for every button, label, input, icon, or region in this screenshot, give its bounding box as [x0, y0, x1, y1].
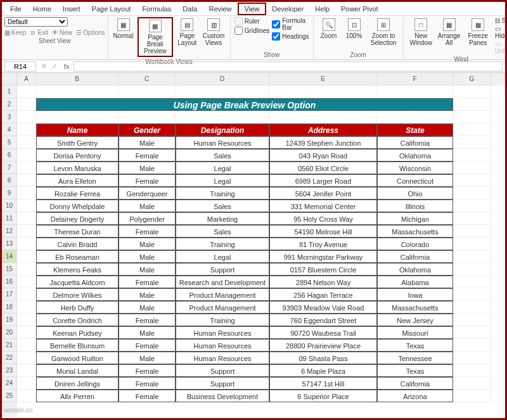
table-cell[interactable]: Therese Duran: [36, 225, 119, 238]
col-header-F[interactable]: F: [377, 73, 453, 86]
table-cell[interactable]: Michigan: [377, 212, 453, 225]
table-cell[interactable]: Support: [176, 263, 269, 276]
enter-icon[interactable]: ✓: [49, 62, 60, 70]
table-cell[interactable]: Male: [119, 238, 176, 250]
table-cell[interactable]: 6989 Larger Road: [269, 174, 377, 187]
table-cell[interactable]: Alabama: [377, 276, 453, 288]
row-header-3[interactable]: 3: [2, 111, 17, 124]
select-all-corner[interactable]: [2, 73, 17, 86]
table-row[interactable]: Dorisa PentonyFemaleSales043 Ryan RoadOk…: [17, 149, 505, 162]
table-cell[interactable]: 09 Shasta Pass: [269, 352, 377, 364]
sheetview-dropdown[interactable]: Default: [4, 17, 68, 27]
menu-view[interactable]: View: [238, 3, 267, 15]
table-cell[interactable]: Business Development: [176, 390, 269, 402]
table-cell[interactable]: Dorisa Pentony: [36, 149, 119, 162]
table-cell[interactable]: 760 Eggendart Street: [269, 314, 377, 326]
row-header-10[interactable]: 10: [2, 200, 17, 212]
col-header-A[interactable]: A: [17, 73, 36, 86]
table-cell[interactable]: Texas: [377, 339, 453, 352]
table-cell[interactable]: Male: [119, 326, 176, 339]
table-cell[interactable]: 256 Hagan Terrace: [269, 288, 377, 301]
row-header-22[interactable]: 22: [2, 352, 17, 364]
table-cell[interactable]: 93903 Meadow Vale Road: [269, 301, 377, 314]
table-cell[interactable]: Support: [176, 377, 269, 390]
table-cell[interactable]: Training: [176, 314, 269, 326]
table-cell[interactable]: Polygender: [119, 212, 176, 225]
row-header-14[interactable]: 14: [2, 250, 17, 263]
fx-icon[interactable]: fx: [60, 63, 74, 70]
row-header-17[interactable]: 17: [2, 288, 17, 301]
table-cell[interactable]: Arizona: [377, 390, 453, 402]
table-cell[interactable]: Massachusetts: [377, 301, 453, 314]
table-cell[interactable]: Murial Landal: [36, 364, 119, 377]
table-cell[interactable]: Training: [176, 238, 269, 250]
keep-button[interactable]: ▦ Keep: [4, 29, 26, 36]
unhide-button[interactable]: ▭ Unhide: [495, 41, 507, 54]
table-cell[interactable]: Male: [119, 352, 176, 364]
table-cell[interactable]: Product Management: [176, 288, 269, 301]
table-cell[interactable]: Sales: [176, 200, 269, 212]
table-cell[interactable]: Female: [119, 149, 176, 162]
table-cell[interactable]: Massachusetts: [377, 225, 453, 238]
row-header-5[interactable]: 5: [2, 136, 17, 149]
table-cell[interactable]: Calvin Bradd: [36, 238, 119, 250]
table-row[interactable]: Smith GentryMaleHuman Resources12439 Ste…: [17, 136, 505, 149]
table-cell[interactable]: Sales: [176, 149, 269, 162]
table-cell[interactable]: 90720 Waubesa Trail: [269, 326, 377, 339]
table-cell[interactable]: Dniren Jellings: [36, 377, 119, 390]
table-cell[interactable]: Oklahoma: [377, 149, 453, 162]
table-cell[interactable]: Jacquetta Aldcorn: [36, 276, 119, 288]
ruler-checkbox[interactable]: Ruler: [234, 17, 269, 25]
table-cell[interactable]: Herb Duffy: [36, 301, 119, 314]
table-cell[interactable]: Missouri: [377, 326, 453, 339]
custom-views-button[interactable]: ▥Custom Views: [201, 17, 226, 48]
zoom-button[interactable]: 🔍Zoom: [318, 17, 340, 41]
spreadsheet-grid[interactable]: 1234567891011121314151617181920212223242…: [2, 73, 505, 417]
table-cell[interactable]: Colorado: [377, 238, 453, 250]
table-cell[interactable]: 57147 1st Hill: [269, 377, 377, 390]
zoom-100-button[interactable]: ⊡100%: [343, 17, 366, 41]
table-cell[interactable]: Support: [176, 364, 269, 377]
hide-button[interactable]: ▭ Hide: [495, 25, 507, 39]
table-cell[interactable]: Male: [119, 301, 176, 314]
table-cell[interactable]: Iowa: [377, 288, 453, 301]
table-cell[interactable]: 5604 Jenifer Point: [269, 187, 377, 200]
table-cell[interactable]: Corette Ondrich: [36, 314, 119, 326]
row-header-7[interactable]: 7: [2, 162, 17, 174]
table-cell[interactable]: 0560 Eliot Circle: [269, 162, 377, 174]
table-cell[interactable]: 6 Superior Place: [269, 390, 377, 402]
col-header-C[interactable]: C: [119, 73, 176, 86]
table-cell[interactable]: Male: [119, 250, 176, 263]
menu-page-layout[interactable]: Page Layout: [86, 4, 137, 14]
cancel-icon[interactable]: ✕: [39, 62, 49, 70]
table-cell[interactable]: 95 Holy Cross Way: [269, 212, 377, 225]
page-break-preview-button[interactable]: ▦Page Break Preview: [138, 17, 174, 57]
table-cell[interactable]: Delmore Wilkes: [36, 288, 119, 301]
table-cell[interactable]: Bernelle Blunsum: [36, 339, 119, 352]
row-header-20[interactable]: 20: [2, 326, 17, 339]
table-cell[interactable]: Klemens Feaks: [36, 263, 119, 276]
table-cell[interactable]: Keenan Pudsey: [36, 326, 119, 339]
table-cell[interactable]: Male: [119, 263, 176, 276]
table-row[interactable]: Delmore WilkesMaleProduct Management256 …: [17, 288, 505, 301]
menu-formulas[interactable]: Formulas: [136, 4, 177, 14]
table-row[interactable]: Delainey DogertyPolygenderMarketing95 Ho…: [17, 212, 505, 225]
name-box[interactable]: [4, 61, 36, 72]
exit-button[interactable]: ⦻ Exit: [30, 29, 48, 36]
table-row[interactable]: Herb DuffyMaleProduct Management93903 Me…: [17, 301, 505, 314]
row-header-2[interactable]: 2: [2, 98, 17, 111]
table-cell[interactable]: Female: [119, 174, 176, 187]
row-header-4[interactable]: 4: [2, 124, 17, 136]
arrange-all-button[interactable]: ▦Arrange All: [437, 17, 461, 48]
menu-home[interactable]: Home: [27, 4, 57, 14]
table-cell[interactable]: Aura Elleton: [36, 174, 119, 187]
row-header-1[interactable]: 1: [2, 86, 17, 98]
formula-bar[interactable]: [74, 61, 503, 72]
menu-data[interactable]: Data: [177, 4, 203, 14]
formula-bar-checkbox[interactable]: Formula Bar: [272, 17, 309, 31]
table-cell[interactable]: Genderqueer: [119, 187, 176, 200]
row-header-12[interactable]: 12: [2, 225, 17, 238]
table-cell[interactable]: Female: [119, 390, 176, 402]
row-header-24[interactable]: 24: [2, 377, 17, 390]
table-cell[interactable]: Male: [119, 162, 176, 174]
